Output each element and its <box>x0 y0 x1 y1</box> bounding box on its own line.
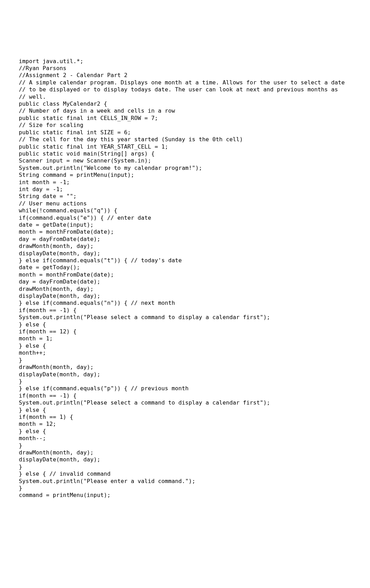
code-line: displayDate(month, day); <box>19 456 351 463</box>
code-line: // The cell for the day this year starte… <box>19 136 351 143</box>
code-line: System.out.println("Please select a comm… <box>19 399 351 406</box>
code-line: //Assignment 2 - Calendar Part 2 <box>19 72 351 79</box>
code-block: import java.util.*;//Ryan Parsons//Assig… <box>19 58 351 499</box>
code-line: // well. <box>19 93 351 100</box>
code-line: } else if(command.equals("n")) { // next… <box>19 300 351 307</box>
code-line: drawMonth(month, day); <box>19 243 351 250</box>
code-line: displayDate(month, day); <box>19 371 351 378</box>
code-line: } <box>19 357 351 364</box>
code-line: System.out.println("Please select a comm… <box>19 314 351 321</box>
code-line: System.out.println("Welcome to my calend… <box>19 165 351 172</box>
code-line: drawMonth(month, day); <box>19 364 351 371</box>
code-line: } else { <box>19 428 351 435</box>
code-line: } <box>19 485 351 492</box>
code-line: } else { // invalid command <box>19 470 351 477</box>
code-line: import java.util.*; <box>19 58 351 65</box>
code-line: } else { <box>19 321 351 328</box>
code-line: public static final int SIZE = 6; <box>19 129 351 136</box>
code-line: // User menu actions <box>19 200 351 207</box>
code-line: //Ryan Parsons <box>19 65 351 72</box>
code-line: } <box>19 378 351 385</box>
code-line: command = printMenu(input); <box>19 492 351 499</box>
code-line: date = getToday(); <box>19 264 351 271</box>
code-line: System.out.println("Please enter a valid… <box>19 478 351 485</box>
code-line: String command = printMenu(input); <box>19 172 351 179</box>
code-line: Scanner input = new Scanner(System.in); <box>19 157 351 164</box>
code-line: } else if(command.equals("t")) { // toda… <box>19 257 351 264</box>
code-line: day = dayFromDate(date); <box>19 278 351 285</box>
code-line: drawMonth(month, day); <box>19 286 351 293</box>
code-line: day = dayFromDate(date); <box>19 236 351 243</box>
code-line: // Number of days in a week and cells in… <box>19 107 351 114</box>
code-line: displayDate(month, day); <box>19 293 351 300</box>
code-line: month = 12; <box>19 421 351 428</box>
code-line: if(month == 1) { <box>19 414 351 421</box>
code-line: // to be displayed or to display todays … <box>19 86 351 93</box>
code-line: } else { <box>19 407 351 414</box>
code-line: } else if(command.equals("p")) { // prev… <box>19 385 351 392</box>
code-line: month = monthFromDate(date); <box>19 271 351 278</box>
code-line: month++; <box>19 349 351 356</box>
code-line: // Size for scaling <box>19 122 351 129</box>
code-line: public class MyCalendar2 { <box>19 100 351 107</box>
code-line: if(month == 12) { <box>19 328 351 335</box>
code-line: String date = ""; <box>19 193 351 200</box>
code-line: month--; <box>19 435 351 442</box>
code-line: public static final int YEAR_START_CELL … <box>19 143 351 150</box>
code-line: if(month == -1) { <box>19 307 351 314</box>
code-line: if(month == -1) { <box>19 392 351 399</box>
code-line: } else { <box>19 342 351 349</box>
code-line: } <box>19 463 351 470</box>
code-line: // A simple calendar program. Displays o… <box>19 79 351 86</box>
code-line: drawMonth(month, day); <box>19 449 351 456</box>
code-line: public static final int CELLS_IN_ROW = 7… <box>19 115 351 122</box>
code-line: date = getDate(input); <box>19 221 351 228</box>
code-line: month = 1; <box>19 335 351 342</box>
code-line: public static void main(String[] args) { <box>19 150 351 157</box>
code-line: if(command.equals("e")) { // enter date <box>19 214 351 221</box>
code-line: int month = -1; <box>19 179 351 186</box>
code-line: } <box>19 442 351 449</box>
code-line: month = monthFromDate(date); <box>19 228 351 235</box>
code-line: while(!command.equals("q")) { <box>19 207 351 214</box>
code-line: displayDate(month, day); <box>19 250 351 257</box>
code-line: int day = -1; <box>19 186 351 193</box>
